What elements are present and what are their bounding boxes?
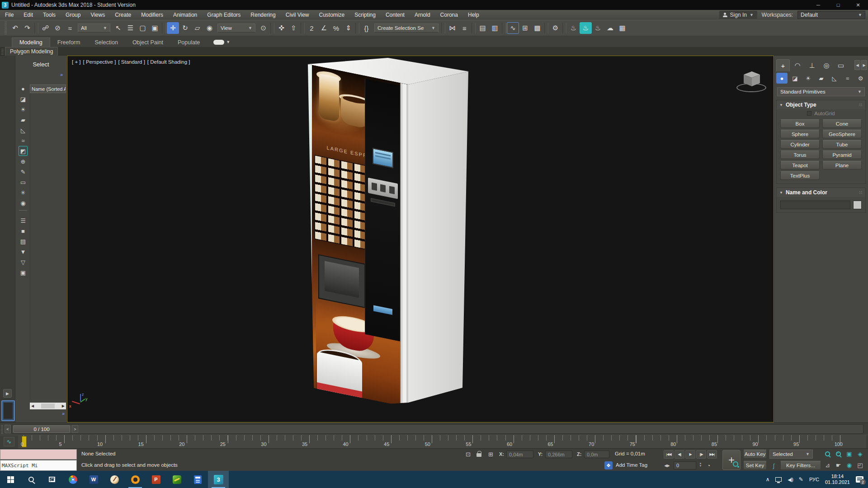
object-color-swatch[interactable] (853, 201, 862, 209)
display-tab-icon[interactable]: ▭ (834, 59, 848, 71)
space-warps-category-icon[interactable]: ≈ (842, 73, 853, 84)
game-app[interactable] (166, 471, 187, 488)
key-mode-toggle-icon[interactable]: ʃ (769, 461, 778, 470)
edit-named-selection-sets-icon[interactable]: {} (360, 22, 373, 34)
menu-item[interactable]: File (0, 10, 19, 20)
align-icon[interactable]: ≡ (458, 22, 471, 34)
paint-app[interactable] (104, 471, 125, 488)
sign-in-button[interactable]: Sign In ▼ (719, 11, 757, 19)
panel-tabs-next-icon[interactable]: ▶ (861, 60, 867, 70)
horizontal-scrollbar[interactable]: ◀ ▶ (30, 403, 66, 409)
schematic-view-icon[interactable]: ⊞ (519, 22, 531, 34)
container-icon[interactable]: ▣ (19, 267, 28, 277)
select-and-manipulate-icon[interactable]: ✜ (275, 22, 288, 34)
ribbon-tab[interactable]: Populate (170, 38, 207, 47)
display-hidden-icon[interactable]: ✳ (19, 188, 28, 197)
select-and-link-icon[interactable]: ☍ (39, 22, 52, 34)
cameras-category-icon[interactable]: ▰ (816, 73, 827, 84)
antivirus-app[interactable] (125, 471, 146, 488)
menu-item[interactable]: Rendering (245, 10, 280, 20)
x-coordinate-field[interactable]: 0,04m (506, 450, 533, 458)
scene-explorer-bottom-expand[interactable]: » (62, 411, 65, 416)
select-and-scale-icon[interactable]: ▱ (191, 22, 203, 34)
select-and-move-icon[interactable]: ✛ (167, 22, 179, 34)
sort-by-type-icon[interactable]: ■ (19, 226, 28, 236)
rendered-frame-window-icon[interactable]: ♨ (580, 22, 592, 34)
helpers-category-icon[interactable]: ◺ (829, 73, 840, 84)
create-tab-icon[interactable]: + (776, 59, 790, 71)
previous-frame-button[interactable]: < (5, 425, 11, 433)
display-space-warps-icon[interactable]: ≈ (19, 136, 28, 145)
scrollbar-thumb[interactable] (41, 404, 55, 408)
geometry-category-icon[interactable]: ● (776, 73, 788, 84)
display-particles-icon[interactable]: ⊕ (19, 156, 28, 166)
viewport-layout-tab[interactable] (1, 400, 15, 421)
perspective-viewport[interactable]: [ + ][ Perspective ][ Standard ][ Defaul… (67, 56, 774, 422)
chevron-down-icon[interactable]: ▼ (226, 40, 230, 44)
render-production-icon[interactable]: ♨ (567, 22, 580, 34)
ribbon-tab[interactable]: Freeform (50, 38, 88, 47)
panel-tabs-prev-icon[interactable]: ◀ (854, 60, 860, 70)
close-button[interactable]: ✕ (848, 0, 868, 10)
volume-icon[interactable]: ◀)) (788, 477, 793, 482)
plane-button[interactable]: Plane (822, 161, 862, 169)
asset-library-icon[interactable]: ▦ (616, 22, 628, 34)
menu-item[interactable]: Edit (19, 10, 38, 20)
scene-object-list[interactable] (30, 93, 66, 400)
menu-item[interactable]: Tools (38, 10, 61, 20)
menu-item[interactable]: Graph Editors (202, 10, 245, 20)
word-app[interactable]: W (83, 471, 104, 488)
maximize-button[interactable]: □ (828, 0, 848, 10)
set-keys-button[interactable]: + (722, 450, 741, 470)
undo-icon[interactable]: ↶ (9, 22, 21, 34)
filter-icon[interactable]: ▽ (19, 257, 28, 267)
go-to-end-icon[interactable]: ▶▶| (707, 450, 717, 459)
selection-lock-icon[interactable] (476, 453, 481, 457)
transform-type-in-icon[interactable]: ⊞ (486, 450, 495, 459)
use-pivot-point-center-icon[interactable]: ⊙ (257, 22, 269, 34)
pan-icon[interactable]: ☛ (835, 461, 842, 469)
motion-tab-icon[interactable]: ◎ (820, 59, 833, 71)
display-frozen-icon[interactable]: ▭ (19, 177, 28, 187)
named-selection-set-select[interactable]: Create Selection Se▼ (374, 23, 439, 33)
menu-item[interactable]: Arnold (410, 10, 435, 20)
object-type-rollout-header[interactable]: ▼ Object Type ∷ (777, 100, 865, 109)
key-mode-select[interactable]: Selected ▼ (769, 450, 813, 459)
percent-snap-icon[interactable]: % (330, 22, 342, 34)
name-column-header[interactable]: Name (Sorted A (30, 84, 66, 93)
menu-item[interactable]: Modifiers (136, 10, 168, 20)
next-frame-icon[interactable]: ||▶ (696, 450, 706, 459)
systems-category-icon[interactable]: ⚙ (855, 73, 866, 84)
polygon-modeling-panel-tab[interactable]: Polygon Modeling (5, 47, 58, 56)
maximize-viewport-icon[interactable]: ◰ (856, 461, 864, 469)
toggle-ribbon-icon[interactable]: ▥ (489, 22, 501, 34)
name-and-color-rollout-header[interactable]: ▼ Name and Color ∷ (777, 188, 865, 197)
viewcube[interactable] (736, 68, 768, 96)
textplus-button[interactable]: TextPlus (780, 171, 820, 180)
tube-button[interactable]: Tube (822, 140, 862, 149)
menu-item[interactable]: Help (463, 10, 484, 20)
torus-button[interactable]: Torus (780, 150, 820, 159)
autogrid-checkbox[interactable] (807, 111, 811, 116)
curve-editor-icon[interactable]: ∿ (507, 22, 519, 34)
minimize-button[interactable]: ─ (808, 0, 828, 10)
mini-curve-editor-button[interactable]: ∿ (4, 437, 14, 446)
display-bones-icon[interactable]: ✎ (19, 167, 28, 177)
zoom-extents-icon[interactable]: ▣ (845, 450, 853, 458)
primitives-category-select[interactable]: Standard Primitives ▼ (777, 87, 865, 96)
display-helpers-icon[interactable]: ◺ (19, 125, 28, 135)
cone-button[interactable]: Cone (822, 119, 862, 128)
workspace-select[interactable]: Default ▼ (797, 11, 865, 19)
material-editor-icon[interactable]: ▩ (531, 22, 543, 34)
time-configuration-icon[interactable]: ◔ (704, 461, 713, 470)
display-lights-icon[interactable]: ☀ (19, 104, 28, 114)
ribbon-tab[interactable]: Selection (87, 38, 125, 47)
ribbon-config-icon[interactable] (213, 40, 224, 45)
track-bar-ruler[interactable]: 0510152025303540455055606570758085909510… (18, 435, 866, 449)
play-icon[interactable]: ▶ (685, 450, 695, 459)
select-by-name-icon[interactable]: ☰ (124, 22, 137, 34)
start-button[interactable] (0, 471, 21, 488)
reference-coordinate-select[interactable]: View▼ (217, 23, 255, 33)
task-view-button[interactable] (42, 471, 62, 488)
scroll-left-icon[interactable]: ◀ (30, 404, 35, 408)
